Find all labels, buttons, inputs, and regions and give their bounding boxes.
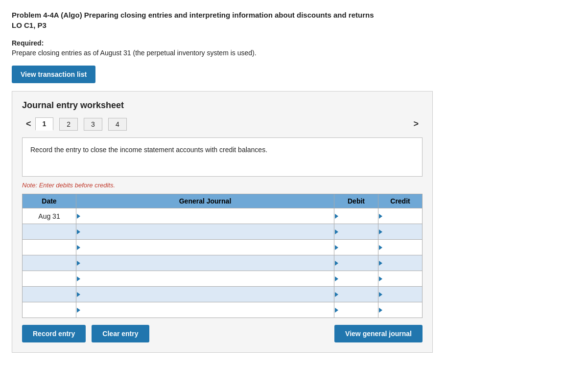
credit-input[interactable]: [378, 255, 422, 271]
tab-4[interactable]: 4: [108, 118, 127, 131]
credit-cell[interactable]: [378, 224, 423, 240]
debit-input[interactable]: [334, 224, 378, 239]
journal-input[interactable]: [76, 224, 334, 239]
credit-cell[interactable]: [378, 255, 423, 271]
date-cell: [23, 287, 76, 302]
credit-input[interactable]: [378, 271, 422, 286]
credit-cell[interactable]: [378, 271, 423, 287]
required-text: Prepare closing entries as of August 31 …: [12, 49, 576, 57]
debit-input[interactable]: [334, 287, 378, 302]
credit-input[interactable]: [378, 287, 422, 302]
date-cell: [23, 240, 76, 255]
credit-input[interactable]: [378, 224, 422, 239]
date-cell: [23, 224, 76, 240]
table-row: [23, 271, 423, 287]
view-general-journal-button[interactable]: View general journal: [334, 325, 423, 342]
journal-input[interactable]: [76, 302, 334, 318]
worksheet-title: Journal entry worksheet: [22, 100, 423, 111]
journal-cell[interactable]: [76, 208, 334, 224]
view-transaction-button[interactable]: View transaction list: [12, 66, 95, 83]
journal-cell[interactable]: [76, 240, 334, 255]
tab-1[interactable]: 1: [35, 117, 54, 131]
debit-input[interactable]: [334, 208, 378, 224]
col-header-debit: Debit: [334, 194, 378, 208]
debit-input[interactable]: [334, 255, 378, 271]
tabs-row: < 1 2 3 4 >: [22, 117, 423, 131]
table-row: [23, 240, 423, 255]
tab-prev-button[interactable]: <: [22, 118, 35, 130]
required-label: Required:: [12, 39, 576, 47]
debit-input[interactable]: [334, 240, 378, 255]
debit-cell[interactable]: [334, 271, 378, 287]
note-text: Note: Enter debits before credits.: [22, 182, 423, 189]
credit-input[interactable]: [378, 240, 422, 255]
journal-input[interactable]: [76, 255, 334, 271]
required-section: Required: Prepare closing entries as of …: [12, 39, 576, 57]
table-row: [23, 302, 423, 318]
debit-cell[interactable]: [334, 240, 378, 255]
tab-next-button[interactable]: >: [409, 118, 423, 130]
journal-table: Date General Journal Debit Credit Aug 31: [22, 194, 423, 318]
credit-cell[interactable]: [378, 240, 423, 255]
journal-input[interactable]: [76, 208, 334, 224]
journal-cell[interactable]: [76, 255, 334, 271]
credit-input[interactable]: [378, 302, 422, 318]
credit-cell[interactable]: [378, 287, 423, 302]
debit-cell[interactable]: [334, 208, 378, 224]
instruction-text: Record the entry to close the income sta…: [30, 146, 267, 154]
col-header-journal: General Journal: [76, 194, 334, 208]
journal-cell[interactable]: [76, 302, 334, 318]
table-row: [23, 224, 423, 240]
tab-2[interactable]: 2: [59, 118, 78, 131]
debit-cell[interactable]: [334, 302, 378, 318]
debit-cell[interactable]: [334, 224, 378, 240]
debit-cell[interactable]: [334, 287, 378, 302]
journal-cell[interactable]: [76, 224, 334, 240]
credit-cell[interactable]: [378, 208, 423, 224]
table-row: [23, 287, 423, 302]
date-cell: [23, 302, 76, 318]
table-row: [23, 255, 423, 271]
col-header-credit: Credit: [378, 194, 423, 208]
buttons-row: Record entry Clear entry View general jo…: [22, 325, 423, 342]
journal-cell[interactable]: [76, 287, 334, 302]
journal-cell[interactable]: [76, 271, 334, 287]
journal-input[interactable]: [76, 271, 334, 286]
credit-input[interactable]: [378, 208, 422, 224]
col-header-date: Date: [23, 194, 76, 208]
table-row: Aug 31: [23, 208, 423, 224]
debit-cell[interactable]: [334, 255, 378, 271]
clear-entry-button[interactable]: Clear entry: [92, 325, 149, 342]
problem-title: Problem 4-4A (Algo) Preparing closing en…: [12, 10, 576, 30]
date-cell: [23, 271, 76, 287]
tab-3[interactable]: 3: [84, 118, 102, 131]
journal-input[interactable]: [76, 287, 334, 302]
credit-cell[interactable]: [378, 302, 423, 318]
worksheet-container: Journal entry worksheet < 1 2 3 4 > Reco…: [12, 91, 433, 353]
record-entry-button[interactable]: Record entry: [22, 325, 86, 342]
date-cell: Aug 31: [23, 208, 76, 224]
debit-input[interactable]: [334, 302, 378, 318]
date-cell: [23, 255, 76, 271]
instruction-box: Record the entry to close the income sta…: [22, 137, 423, 177]
debit-input[interactable]: [334, 271, 378, 286]
journal-input[interactable]: [76, 240, 334, 255]
